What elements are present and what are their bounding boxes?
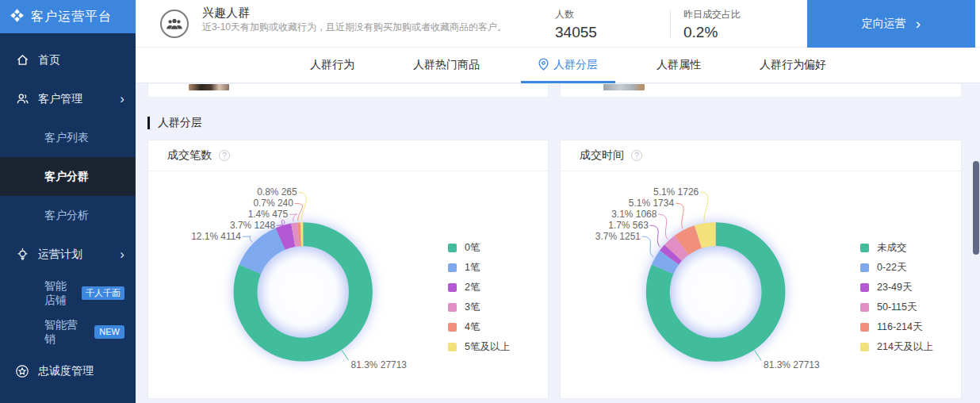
sidebar-item-smart-store[interactable]: 智能店铺 千人千面: [0, 274, 136, 313]
legend-label: 2笔: [465, 281, 480, 294]
app-title: 客户运营平台: [31, 9, 112, 25]
legend-label: 0-22天: [877, 261, 907, 274]
legend-item[interactable]: 116-214天: [860, 317, 933, 337]
slice-label: 3.7% 1248: [230, 220, 275, 231]
slice-label: 12.1% 4114: [191, 231, 241, 242]
legend-item[interactable]: 3笔: [448, 297, 510, 317]
tab-crowd-attributes[interactable]: 人群属性: [639, 48, 718, 83]
legend-item[interactable]: 214天及以上: [860, 337, 933, 357]
chart-legend: 未成交0-22天23-49天50-115天116-214天214天及以上: [860, 238, 933, 357]
legend-swatch-icon: [448, 343, 457, 351]
help-icon[interactable]: ?: [219, 150, 230, 161]
tab-label: 人群属性: [657, 58, 701, 72]
tab-crowd-layering[interactable]: 人群分层: [521, 48, 615, 83]
stat-divider: [670, 10, 671, 37]
sidebar-item-label: 运营计划: [38, 248, 82, 262]
legend-item[interactable]: 1笔: [448, 258, 510, 278]
vertical-scrollbar-thumb[interactable]: [973, 161, 979, 255]
sidebar-item-home[interactable]: 首页: [0, 40, 136, 79]
stat-value: 34055: [555, 24, 597, 41]
sidebar: 客户运营平台 首页 客户管理 › 客户列表 客户分群: [0, 0, 136, 403]
sidebar-item-label: 客户分群: [44, 170, 89, 184]
chart-legend: 0笔1笔2笔3笔4笔5笔及以上: [448, 238, 510, 357]
label-leader-line: [289, 214, 297, 221]
segment-description: 近3-10天有加购或收藏行为，且近期没有购买加购或者收藏商品的客户。: [202, 21, 510, 33]
previous-section-card-remnant: [560, 84, 962, 98]
home-icon: [14, 52, 30, 68]
qianren-badge: 千人千面: [82, 286, 124, 300]
legend-swatch-icon: [448, 323, 457, 332]
targeted-operation-label: 定向运营: [862, 17, 906, 31]
tab-label: 人群热门商品: [413, 58, 480, 72]
sidebar-item-customer-management[interactable]: 客户管理 ›: [0, 79, 136, 118]
stat-people-count: 人数 34055: [555, 8, 597, 41]
slice-label: 5.1% 1734: [629, 198, 675, 209]
label-leader-line: [277, 220, 285, 225]
tab-crowd-hot-products[interactable]: 人群热门商品: [396, 48, 497, 83]
legend-item[interactable]: 23-49天: [860, 278, 933, 297]
slice-label: 3.1% 1068: [611, 209, 657, 220]
users-icon: [14, 91, 30, 107]
app-logo: 客户运营平台: [0, 0, 136, 33]
new-badge: NEW: [94, 325, 124, 339]
legend-swatch-icon: [860, 244, 869, 252]
legend-item[interactable]: 5笔及以上: [448, 337, 510, 357]
tab-label: 人群行为偏好: [760, 58, 826, 72]
legend-swatch-icon: [860, 283, 869, 292]
sidebar-item-loyalty-management[interactable]: 忠诚度管理: [0, 351, 136, 390]
slice-label: 5.1% 1726: [653, 186, 699, 198]
legend-swatch-icon: [448, 263, 457, 272]
legend-item[interactable]: 0笔: [448, 238, 510, 258]
legend-swatch-icon: [448, 283, 457, 292]
section-header: 人群分层: [147, 116, 202, 130]
slice-label: 0.7% 240: [253, 198, 293, 209]
help-icon[interactable]: ?: [631, 150, 642, 161]
sidebar-item-customer-segment[interactable]: 客户分群: [0, 157, 136, 196]
tab-bar: 人群行为 人群热门商品 人群分层 人群属性 人群行为偏好: [136, 48, 980, 83]
legend-label: 5笔及以上: [465, 340, 510, 354]
sidebar-item-label: 忠诚度管理: [38, 364, 94, 378]
slice-label: 0.8% 265: [257, 186, 297, 198]
card-title: 成交时间: [580, 148, 624, 163]
legend-label: 0笔: [465, 241, 480, 255]
sidebar-item-smart-marketing[interactable]: 智能营销 NEW: [0, 313, 136, 351]
sidebar-item-customer-analysis[interactable]: 客户分析: [0, 196, 136, 235]
label-leader-line: [676, 203, 683, 228]
legend-label: 23-49天: [877, 281, 912, 294]
targeted-operation-button[interactable]: 定向运营 ›: [807, 0, 975, 48]
stat-label: 昨日成交占比: [683, 8, 741, 21]
legend-swatch-icon: [448, 244, 457, 252]
section-title: 人群分层: [158, 116, 202, 130]
legend-swatch-icon: [860, 343, 869, 351]
legend-item[interactable]: 未成交: [860, 238, 933, 258]
tab-crowd-behavior[interactable]: 人群行为: [293, 48, 372, 83]
stat-label: 人数: [555, 8, 597, 21]
tab-label: 人群分层: [553, 58, 598, 72]
legend-item[interactable]: 0-22天: [860, 258, 933, 278]
sidebar-item-operation-plan[interactable]: 运营计划 ›: [0, 235, 136, 274]
group-avatar-icon: [160, 10, 189, 38]
legend-item[interactable]: 4笔: [448, 317, 510, 337]
legend-label: 4笔: [465, 320, 480, 334]
sidebar-nav: 首页 客户管理 › 客户列表 客户分群 客户分析: [0, 40, 136, 390]
legend-item[interactable]: 50-115天: [860, 297, 933, 317]
label-leader-line: [642, 236, 653, 257]
location-pin-icon: [538, 58, 549, 73]
arrow-right-icon: ›: [916, 16, 921, 31]
legend-label: 116-214天: [877, 320, 922, 334]
legend-swatch-icon: [448, 303, 457, 312]
legend-item[interactable]: 2笔: [448, 278, 510, 297]
slice-label: 3.7% 1251: [595, 231, 641, 242]
product-image-remnant: [603, 84, 645, 90]
card-header: 成交笔数 ?: [148, 140, 548, 171]
legend-label: 3笔: [465, 301, 480, 314]
label-leader-line: [658, 214, 668, 239]
sidebar-item-customer-list[interactable]: 客户列表: [0, 118, 136, 157]
segment-title: 兴趣人群: [202, 6, 250, 21]
product-image-remnant: [189, 84, 229, 90]
lightbulb-icon: [14, 247, 30, 263]
deal-count-card: 成交笔数 ? 0.8% 2650.7% 2401.4% 4753.7% 1248…: [147, 140, 549, 399]
slice-label: 1.4% 475: [248, 209, 289, 220]
tab-crowd-behavior-preference[interactable]: 人群行为偏好: [742, 48, 844, 83]
deal-time-card: 成交时间 ? 5.1% 17265.1% 17343.1% 10681.7% 5…: [560, 140, 962, 399]
